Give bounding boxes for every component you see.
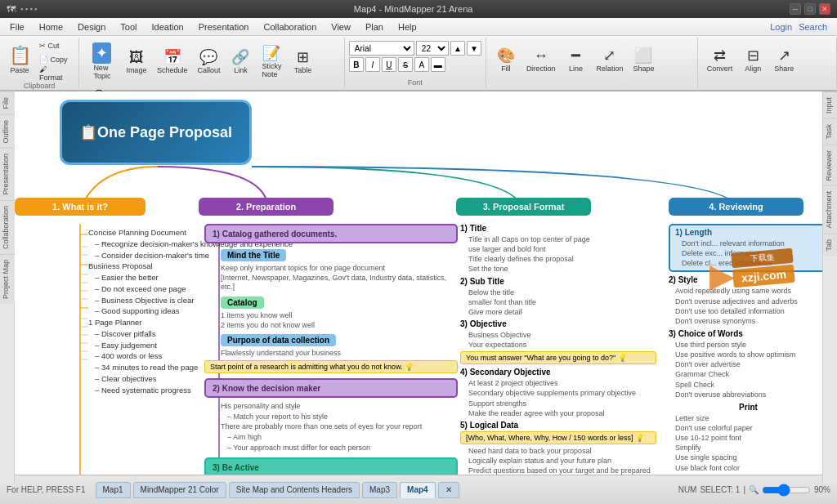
font-family-select[interactable]: Arial <box>349 41 414 56</box>
maximize-button[interactable]: □ <box>804 3 816 15</box>
status-tab-map1[interactable]: Map1 <box>96 482 131 498</box>
branch2-label[interactable]: 2. Preparation <box>199 198 333 216</box>
branch1-text: 1. What is it? <box>52 202 108 212</box>
status-tab-map3[interactable]: Map3 <box>362 482 397 498</box>
shape-button[interactable]: ⬜ Shape <box>629 39 658 80</box>
branch3-content: 1) Title Title in all Caps on top center… <box>460 224 656 475</box>
sidebar-tab-attachment[interactable]: Attachment <box>823 185 837 234</box>
pf-s5-items: Need hard data to back your proposalLogi… <box>468 446 656 475</box>
search-link[interactable]: Search <box>799 22 827 32</box>
zoom-slider[interactable] <box>762 484 811 497</box>
sidebar-tab-file[interactable]: File <box>0 91 15 114</box>
cut-button[interactable]: ✂ Cut <box>36 39 74 52</box>
sidebar-tab-outline[interactable]: Outline <box>0 114 15 149</box>
image-button[interactable]: 🖼 Image <box>122 41 151 82</box>
menu-home[interactable]: Home <box>33 20 69 33</box>
ribbon-group-edit: ⇄ Convert ⊟ Align ↗ Share ✕ Remove Edit <box>698 38 837 88</box>
branch1-label[interactable]: 1. What is it? <box>15 198 145 216</box>
menu-file[interactable]: File <box>3 20 31 33</box>
callout-button[interactable]: 💬 Callout <box>193 41 224 82</box>
pf-s5-note: [Who, What, Where, Why, How / 150 words … <box>460 431 656 444</box>
status-tab-mindmapper[interactable]: MindMapper 21 Color <box>133 482 226 498</box>
increase-font-button[interactable]: ▲ <box>450 41 465 56</box>
new-topic-button[interactable]: ✦ NewTopic <box>84 41 120 82</box>
underline-button[interactable]: U <box>382 57 396 72</box>
clipboard-buttons: 📋 Paste ✂ Cut 📄 Copy 🖌 Format <box>5 39 74 80</box>
prep-note1: Keep only important topics for one page … <box>221 264 458 292</box>
sidebar-tab-collaboration[interactable]: Collaboration <box>0 200 15 254</box>
direction-button[interactable]: ↔ Direction <box>522 39 560 80</box>
sidebar-tab-presentation[interactable]: Presentation <box>0 148 15 200</box>
left-sidebar: File Outline Presentation Collaboration … <box>0 91 15 484</box>
status-num: NUM <box>678 485 697 494</box>
menu-collaboration[interactable]: Collaboration <box>257 20 323 33</box>
catalog-box[interactable]: Catalog <box>221 297 264 309</box>
prep-yellow-note1: Start point of a research is admitting w… <box>204 360 458 373</box>
menu-design[interactable]: Design <box>71 20 112 33</box>
align-button[interactable]: ⊟ Align <box>738 39 768 80</box>
rev-s3-items: Use third person styleUse positive words… <box>675 340 822 399</box>
pf-s3-header: 3) Objective <box>460 319 656 328</box>
close-button[interactable]: ✕ <box>819 3 830 15</box>
status-bar: For HELP, PRESS F1 Map1 MindMapper 21 Co… <box>0 475 837 504</box>
font-color-button[interactable]: A <box>414 57 429 72</box>
convert-button[interactable]: ⇄ Convert <box>703 39 737 80</box>
menu-help[interactable]: Help <box>392 20 423 33</box>
font-label: Font <box>408 77 423 87</box>
branch4-label[interactable]: 4. Reviewing <box>669 198 803 216</box>
menu-tool[interactable]: Tool <box>114 20 143 33</box>
sidebar-tab-reviewer[interactable]: Reviewer <box>823 145 837 186</box>
status-tab-map4[interactable]: Map4 <box>400 482 436 498</box>
strikethrough-button[interactable]: S̶ <box>398 57 413 72</box>
branch3-label[interactable]: 3. Proposal Format <box>456 198 591 216</box>
window-controls-left[interactable]: ▪ ▪ ▪ ▪ <box>20 5 37 13</box>
sidebar-tab-tab[interactable]: Tab <box>823 234 837 256</box>
pf-s1-items: Title in all Caps on top center of pageu… <box>468 234 656 274</box>
window-title: Map4 - MindMapper 21 Arena <box>37 4 790 14</box>
sticky-note-button[interactable]: 📝 StickyNote <box>257 41 286 82</box>
login-area: Login Search <box>770 22 834 32</box>
share-button[interactable]: ↗ Share <box>769 39 799 80</box>
line-button[interactable]: ━ Line <box>561 39 590 80</box>
purpose-box[interactable]: Purpose of data collection <box>221 334 336 346</box>
link-button[interactable]: 🔗 Link <box>226 41 255 82</box>
menu-plan[interactable]: Plan <box>359 20 390 33</box>
menu-presentation[interactable]: Presentation <box>192 20 256 33</box>
paste-button[interactable]: 📋 Paste <box>5 39 34 80</box>
format-button[interactable]: 🖌 Format <box>36 67 74 80</box>
ribbon-group-format: 🎨 Fill ↔ Direction ━ Line ⤢ Relation ⬜ S… <box>486 38 698 88</box>
schedule-button[interactable]: 📅 Schedule <box>153 41 192 82</box>
minimize-button[interactable]: ─ <box>790 3 801 15</box>
pf-s1-header: 1) Title <box>460 224 656 233</box>
decrease-font-button[interactable]: ▼ <box>467 41 481 56</box>
status-tab-close[interactable]: ✕ <box>438 482 459 498</box>
copy-button[interactable]: 📄 Copy <box>36 53 74 66</box>
pf-s3-note: You must answer "What are you going to d… <box>460 351 656 364</box>
menu-view[interactable]: View <box>325 20 357 33</box>
central-node[interactable]: 📋 One Page Proposal <box>60 100 252 165</box>
branch4-text: 4. Reviewing <box>709 202 763 212</box>
bold-button[interactable]: B <box>349 57 364 72</box>
right-sidebar: Input Task Reviewer Attachment Tab <box>822 91 837 484</box>
menu-ideation[interactable]: Ideation <box>145 20 190 33</box>
login-link[interactable]: Login <box>770 22 792 32</box>
canvas-area: 📋 One Page Proposal <box>15 91 822 475</box>
mind-title-box[interactable]: Mind the Title <box>221 249 286 261</box>
help-text: For HELP, PRESS F1 <box>7 485 86 494</box>
sidebar-tab-input[interactable]: Input <box>823 91 837 118</box>
font-size-select[interactable]: 22 <box>416 41 449 56</box>
italic-button[interactable]: I <box>365 57 380 72</box>
sidebar-tab-task[interactable]: Task <box>823 118 837 145</box>
table-button[interactable]: ⊞ Table <box>288 41 317 82</box>
highlight-button[interactable]: ▬ <box>431 57 445 72</box>
pf-s2-items: Below the titlesmaller font than titleGi… <box>468 288 656 317</box>
fill-button[interactable]: 🎨 Fill <box>491 39 521 80</box>
relation-button[interactable]: ⤢ Relation <box>592 39 627 80</box>
status-tab-sitemap[interactable]: Site Map and Contents Headers <box>229 482 360 498</box>
window-controls[interactable]: ─ □ ✕ <box>790 3 830 15</box>
status-divider: | <box>743 485 745 494</box>
branch3-text: 3. Proposal Format <box>483 202 565 212</box>
sidebar-tab-projectmap[interactable]: Project Map <box>0 254 15 304</box>
zoom-value: 90% <box>814 485 830 494</box>
ribbon: 📋 Paste ✂ Cut 📄 Copy 🖌 Format Clipboard … <box>0 36 837 91</box>
